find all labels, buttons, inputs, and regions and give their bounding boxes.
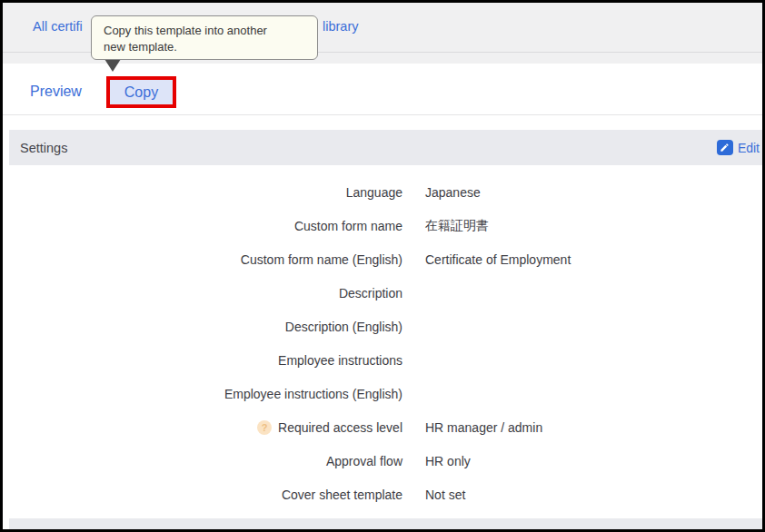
field-row: ? Employee instructions	[3, 343, 762, 377]
field-label-cell: ? Approval flow	[3, 454, 402, 468]
field-label: Employee instructions (English)	[224, 387, 402, 401]
fields: ? Language Japanese ? Custom form name 在…	[3, 175, 762, 511]
red-annotation-box: Copy	[106, 76, 176, 108]
field-label-cell: ? Cover sheet template	[3, 488, 402, 502]
pencil-icon	[717, 140, 733, 155]
question-mark-icon[interactable]: ?	[257, 420, 272, 435]
field-value: HR only	[425, 454, 471, 468]
field-label: Approval flow	[326, 454, 402, 468]
field-label-cell: ? Language	[3, 185, 402, 200]
field-label: Employee instructions	[278, 353, 402, 368]
field-value: Certificate of Employment	[425, 252, 571, 267]
field-value: Not set	[425, 488, 465, 502]
field-value: Japanese	[425, 185, 481, 200]
copy-tooltip: Copy this template into another new temp…	[91, 15, 318, 60]
copy-link[interactable]: Copy	[110, 80, 173, 104]
field-row: ? Employee instructions (English)	[3, 377, 762, 410]
field-row: ? Cover sheet template Not set	[3, 478, 762, 511]
field-label: Cover sheet template	[282, 488, 402, 502]
next-section-edge	[9, 518, 762, 529]
field-label-cell: ? Employee instructions	[3, 353, 402, 368]
tooltip-pointer-icon	[104, 59, 121, 72]
app-window: All certifi library Preview Copy Copy th…	[0, 0, 765, 532]
field-label-cell: ? Employee instructions (English)	[3, 387, 402, 401]
breadcrumb-link-all-certificates[interactable]: All certifi	[33, 19, 83, 34]
field-label: Custom form name	[294, 219, 402, 233]
field-row: ? Required access level HR manager / adm…	[3, 410, 762, 444]
field-label-cell: ? Required access level	[3, 420, 402, 435]
field-row: ? Description	[3, 276, 762, 310]
field-label-cell: ? Custom form name	[3, 219, 402, 233]
preview-link[interactable]: Preview	[30, 84, 82, 100]
field-row: ? Approval flow HR only	[3, 444, 762, 478]
settings-section-header: Settings Edit	[9, 130, 762, 165]
field-row: ? Description (English)	[3, 310, 762, 343]
field-row: ? Custom form name 在籍証明書	[3, 209, 762, 242]
field-label: Language	[346, 185, 402, 200]
tooltip-line-2: new template.	[104, 39, 306, 55]
edit-button[interactable]: Edit	[717, 140, 760, 155]
field-label: Required access level	[278, 420, 402, 435]
field-value: 在籍証明書	[425, 218, 489, 234]
field-label: Description	[339, 286, 402, 300]
field-label: Description (English)	[285, 320, 402, 334]
field-value: HR manager / admin	[425, 420, 542, 435]
edit-button-label: Edit	[738, 141, 760, 155]
field-label-cell: ? Description	[3, 286, 402, 300]
breadcrumb-link-library[interactable]: library	[323, 19, 358, 34]
field-label: Custom form name (English)	[241, 252, 402, 267]
tooltip-line-1: Copy this template into another	[104, 23, 306, 39]
settings-title: Settings	[20, 141, 67, 155]
field-row: ? Language Japanese	[3, 175, 762, 209]
field-label-cell: ? Description (English)	[3, 320, 402, 334]
field-row: ? Custom form name (English) Certificate…	[3, 242, 762, 276]
field-label-cell: ? Custom form name (English)	[3, 252, 402, 267]
